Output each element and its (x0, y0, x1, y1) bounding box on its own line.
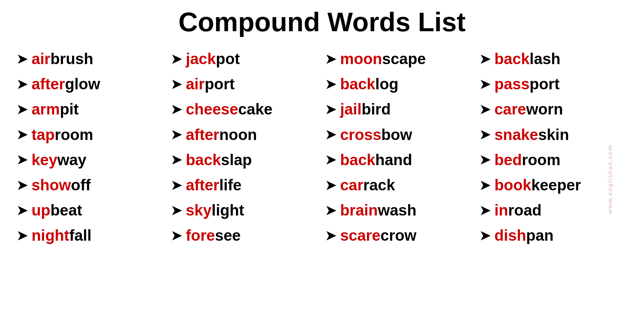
word-part1: after (186, 126, 219, 143)
arrow-icon: ➤ (171, 53, 182, 65)
word-part2: fall (69, 227, 91, 244)
word-part2: port (205, 75, 234, 93)
list-item: ➤bedroom (480, 149, 627, 171)
word-part1: moon (340, 50, 382, 67)
arrow-icon: ➤ (17, 153, 28, 166)
list-item: ➤keyway (17, 149, 164, 171)
compound-word: upbeat (32, 201, 82, 220)
word-part1: tap (32, 126, 55, 143)
list-item: ➤backhand (325, 149, 473, 171)
arrow-icon: ➤ (17, 103, 28, 116)
list-item: ➤careworn (480, 98, 627, 121)
compound-word: foresee (186, 226, 241, 245)
word-part1: cheese (186, 100, 238, 118)
compound-word: keyway (32, 151, 87, 169)
word-part1: back (340, 75, 375, 93)
compound-word: moonscape (340, 50, 426, 68)
arrow-icon: ➤ (325, 53, 336, 65)
word-part1: up (32, 201, 50, 219)
compound-word: armpit (32, 100, 79, 118)
word-part1: night (32, 227, 69, 244)
word-part2: noon (219, 126, 257, 143)
word-part1: arm (32, 100, 60, 118)
compound-word: nightfall (32, 226, 92, 245)
compound-word: carrack (340, 176, 395, 194)
arrow-icon: ➤ (480, 179, 490, 192)
word-part2: light (212, 201, 244, 219)
arrow-icon: ➤ (480, 229, 490, 242)
list-item: ➤inroad (480, 199, 627, 222)
word-part1: snake (494, 126, 538, 143)
arrow-icon: ➤ (17, 179, 28, 192)
arrow-icon: ➤ (325, 153, 336, 166)
word-part2: bird (362, 100, 391, 118)
arrow-icon: ➤ (325, 229, 336, 242)
compound-word: backlog (340, 75, 398, 93)
list-item: ➤scarecrow (325, 224, 473, 247)
list-item: ➤taproom (17, 124, 164, 146)
list-item: ➤backlog (325, 73, 473, 95)
word-part1: back (494, 50, 530, 67)
compound-word: backslap (186, 151, 252, 169)
list-item: ➤upbeat (17, 199, 164, 222)
word-part1: scare (340, 227, 380, 244)
compound-word: brainwash (340, 201, 417, 220)
word-part2: log (375, 75, 398, 93)
word-part2: pit (60, 100, 78, 118)
word-part2: brush (50, 50, 93, 67)
word-part1: pass (494, 75, 530, 93)
arrow-icon: ➤ (325, 179, 336, 192)
column-1: ➤airbrush➤afterglow➤armpit➤taproom➤keywa… (17, 48, 164, 247)
compound-word: taproom (32, 126, 93, 144)
list-item: ➤bookkeeper (480, 174, 627, 196)
list-item: ➤afternoon (171, 124, 319, 146)
compound-word: careworn (494, 100, 563, 118)
word-part1: jail (340, 100, 362, 118)
compound-word: airport (186, 75, 235, 93)
compound-word: bedroom (494, 151, 560, 169)
list-item: ➤brainwash (325, 199, 473, 222)
arrow-icon: ➤ (171, 78, 182, 91)
compound-word: dishpan (494, 226, 553, 245)
list-item: ➤moonscape (325, 48, 473, 70)
list-item: ➤armpit (17, 98, 164, 121)
list-item: ➤snakeskin (480, 124, 627, 146)
word-part2: glow (65, 75, 100, 93)
word-part2: slap (221, 151, 252, 169)
word-part2: lash (530, 50, 560, 67)
page-title: Compound Words List (178, 7, 466, 38)
column-3: ➤moonscape➤backlog➤jailbird➤crossbow➤bac… (325, 48, 473, 247)
word-part2: way (57, 151, 87, 169)
list-item: ➤airport (171, 73, 319, 95)
list-item: ➤backlash (480, 48, 627, 70)
arrow-icon: ➤ (325, 103, 336, 116)
word-part1: fore (186, 227, 215, 244)
compound-word: inroad (494, 201, 542, 220)
word-part1: key (32, 151, 57, 169)
word-part2: crow (380, 227, 416, 244)
word-part2: beat (50, 201, 82, 219)
word-part1: after (186, 176, 219, 194)
word-part1: in (494, 201, 508, 219)
arrow-icon: ➤ (480, 128, 490, 141)
word-part1: back (340, 151, 375, 169)
arrow-icon: ➤ (17, 128, 28, 141)
word-part2: road (508, 201, 542, 219)
arrow-icon: ➤ (17, 229, 28, 242)
word-part2: skin (538, 126, 569, 143)
word-part2: pot (216, 50, 240, 67)
compound-word: scarecrow (340, 226, 417, 245)
arrow-icon: ➤ (17, 78, 28, 91)
compound-word: jackpot (186, 50, 240, 68)
list-item: ➤afterlife (171, 174, 319, 196)
list-item: ➤carrack (325, 174, 473, 196)
column-4: ➤backlash➤passport➤careworn➤snakeskin➤be… (480, 48, 627, 247)
list-item: ➤nightfall (17, 224, 164, 247)
word-part1: cross (340, 126, 381, 143)
arrow-icon: ➤ (325, 78, 336, 91)
arrow-icon: ➤ (325, 128, 336, 141)
column-2: ➤jackpot➤airport➤cheesecake➤afternoon➤ba… (171, 48, 319, 247)
list-item: ➤skylight (171, 199, 319, 222)
word-part2: room (522, 151, 560, 169)
arrow-icon: ➤ (171, 128, 182, 141)
